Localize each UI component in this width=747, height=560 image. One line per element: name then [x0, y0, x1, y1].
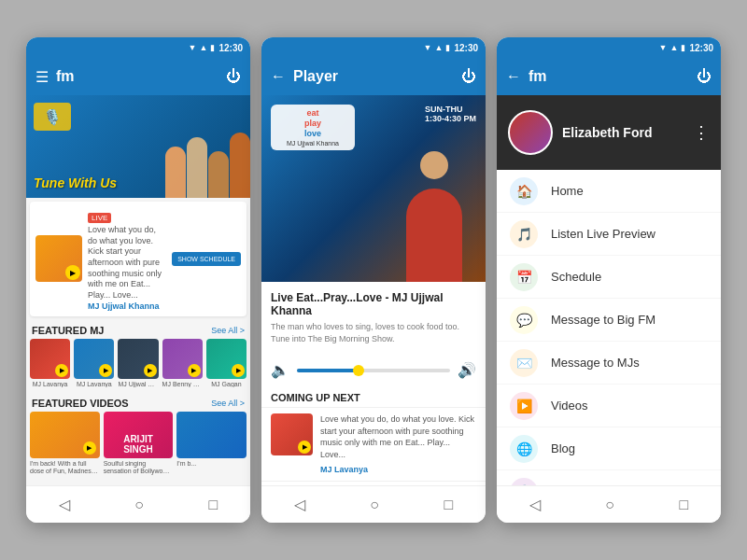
progress-bar-container: 🔈 🔊	[271, 361, 476, 379]
play-overlay-1: ▶	[55, 364, 68, 377]
video-label-2: Soulful singing sensation of Bollywood –…	[104, 460, 174, 476]
schedule-menu-icon: 📅	[510, 263, 538, 291]
recents-btn-3[interactable]: □	[672, 493, 697, 517]
user-avatar	[508, 110, 553, 155]
player-controls: 🔈 🔊	[261, 354, 486, 386]
mj-label-2: MJ Lavanya	[74, 381, 114, 387]
video-thumb-3	[176, 412, 247, 458]
coming-text-1: Love what you do, do what you love. Kick…	[320, 414, 474, 459]
app-bar-3: ← fm ⏻	[497, 58, 721, 95]
app-title-2: Player	[293, 68, 454, 85]
featured-mj-header: FEATURED MJ See All >	[26, 320, 250, 339]
video-item-2[interactable]: ARIJIT SINGH Soulful singing sensation o…	[104, 412, 174, 476]
video-thumb-2: ARIJIT SINGH	[104, 412, 174, 458]
mj-label-1: MJ Lavanya	[30, 381, 70, 387]
back-icon-player[interactable]: ←	[271, 68, 286, 85]
video-label-1: I'm back! With a full dose of Fun, Madne…	[30, 460, 100, 476]
power-icon-1[interactable]: ⏻	[226, 68, 241, 85]
mj-label-4: MJ Benny Dayal	[162, 381, 203, 387]
featured-videos-see-all[interactable]: See All >	[211, 399, 245, 408]
live-info: LIVE Love what you do, do what you love.…	[88, 207, 166, 311]
status-bar-3: ▼ ▲ ▮ 12:30	[497, 37, 721, 58]
power-icon-2[interactable]: ⏻	[461, 68, 476, 85]
featured-mj-see-all[interactable]: See All >	[211, 326, 245, 335]
track-title: Live Eat...Pray...Love - MJ Ujjwal Khann…	[271, 291, 476, 317]
coming-item-1[interactable]: ▶ Love what you do, do what you love. Ki…	[261, 407, 486, 481]
menu-item-about[interactable]: ⚙️ About Us	[497, 470, 721, 485]
menu-item-blog[interactable]: 🌐 Blog	[497, 427, 721, 470]
power-icon-3[interactable]: ⏻	[697, 68, 712, 85]
live-dj-name: MJ Ujjwal Khanna	[88, 301, 166, 311]
album-art: eatplaylove MJ Ujjwal Khanna SUN-THU 1:3…	[261, 95, 486, 282]
coming-next-header: COMING UP NEXT	[261, 386, 486, 407]
menu-item-videos[interactable]: ▶️ Videos	[497, 385, 721, 427]
show-dj: MJ Ujjwal Khanna	[278, 140, 347, 147]
banner: 🎙️ Tune With Us	[26, 95, 250, 198]
home-btn-3[interactable]: ○	[598, 493, 622, 517]
signal-icon: ▼	[189, 43, 197, 52]
progress-fill	[297, 369, 359, 372]
show-schedule-info: SUN-THU 1:30-4:30 PM	[425, 105, 476, 123]
play-overlay-5: ▶	[232, 364, 245, 377]
back-btn-1[interactable]: ◁	[51, 492, 78, 517]
menu-item-listen[interactable]: 🎵 Listen Live Preview	[497, 213, 721, 256]
mj-item-1[interactable]: ▶ MJ Lavanya	[30, 339, 70, 387]
back-btn-3[interactable]: ◁	[522, 492, 548, 517]
app-bar-1: ☰ fm ⏻	[26, 58, 250, 95]
video-label-3: I'm b...	[176, 460, 247, 468]
video-play-1: ▶	[83, 441, 96, 455]
home-btn-2[interactable]: ○	[362, 493, 387, 517]
play-overlay-2: ▶	[99, 364, 112, 377]
live-description: Love what you do, do what you love. Kick…	[88, 225, 166, 301]
menu-label-msg-mjs: Message to MJs	[551, 356, 640, 370]
fm-icon: 🎙️	[34, 103, 71, 131]
menu-item-msg-mjs[interactable]: ✉️ Message to MJs	[497, 342, 721, 385]
about-menu-icon: ⚙️	[510, 478, 538, 486]
status-time-1: 12:30	[218, 43, 243, 53]
mj-item-4[interactable]: ▶ MJ Benny Dayal	[162, 339, 203, 387]
coming-name-1: MJ Lavanya	[320, 464, 476, 476]
status-bar-1: ▼ ▲ ▮ 12:30	[26, 37, 250, 58]
menu-icon[interactable]: ☰	[35, 68, 49, 86]
show-schedule-button[interactable]: SHOW SCHEDULE	[172, 252, 241, 266]
track-info: Live Eat...Pray...Love - MJ Ujjwal Khann…	[261, 282, 486, 354]
track-desc: The man who loves to sing, loves to cook…	[271, 321, 476, 344]
bottom-nav-2: ◁ ○ □	[261, 485, 486, 523]
home-content: 🎙️ Tune With Us ▶ LIVE Love wh	[26, 95, 250, 485]
mj-item-5[interactable]: ▶ MJ Gagan	[206, 339, 247, 387]
signal-icon-2: ▼	[424, 43, 432, 52]
user-header: Elizabeth Ford ⋮	[497, 95, 721, 170]
back-btn-2[interactable]: ◁	[287, 492, 313, 517]
battery-icon-2: ▮	[445, 43, 450, 52]
video-item-1[interactable]: ▶ I'm back! With a full dose of Fun, Mad…	[30, 412, 100, 476]
bottom-nav-1: ◁ ○ □	[26, 485, 250, 523]
mj-item-2[interactable]: ▶ MJ Lavanya	[74, 339, 114, 387]
mj-thumb-3: ▶	[118, 339, 158, 379]
menu-item-msg-bigfm[interactable]: 💬 Message to Big FM	[497, 299, 721, 342]
video-item-3[interactable]: I'm b...	[176, 412, 247, 476]
recents-btn-2[interactable]: □	[437, 493, 461, 517]
coming-play-1: ▶	[298, 441, 311, 454]
mj-thumb-4: ▶	[162, 339, 203, 379]
dj-figure	[402, 133, 467, 282]
mj-item-3[interactable]: ▶ MJ Ujjwal Khanna	[118, 339, 158, 387]
progress-bar[interactable]	[297, 369, 450, 372]
back-icon-menu[interactable]: ←	[506, 68, 521, 85]
mj-thumb-2: ▶	[74, 339, 114, 379]
menu-item-home[interactable]: 🏠 Home	[497, 170, 721, 213]
phone-player: ▼ ▲ ▮ 12:30 ← Player ⏻ eatplaylove MJ Uj…	[261, 37, 486, 523]
mj-thumb-5: ▶	[206, 339, 247, 379]
home-btn-1[interactable]: ○	[127, 493, 151, 517]
menu-label-home: Home	[551, 184, 584, 198]
menu-item-schedule[interactable]: 📅 Schedule	[497, 256, 721, 299]
live-thumbnail: ▶	[35, 235, 82, 282]
featured-videos-header: FEATURED VIDEOS See All >	[26, 393, 250, 412]
more-options-icon[interactable]: ⋮	[693, 122, 710, 143]
volume-high-icon[interactable]: 🔊	[458, 361, 476, 379]
status-icons-1: ▼ ▲ ▮	[189, 43, 216, 52]
recents-btn-1[interactable]: □	[202, 493, 226, 517]
volume-low-icon[interactable]: 🔈	[271, 361, 289, 379]
listen-menu-icon: 🎵	[510, 220, 538, 248]
show-logo: eatplaylove MJ Ujjwal Khanna	[271, 105, 355, 150]
featured-videos-row: ▶ I'm back! With a full dose of Fun, Mad…	[26, 412, 250, 476]
